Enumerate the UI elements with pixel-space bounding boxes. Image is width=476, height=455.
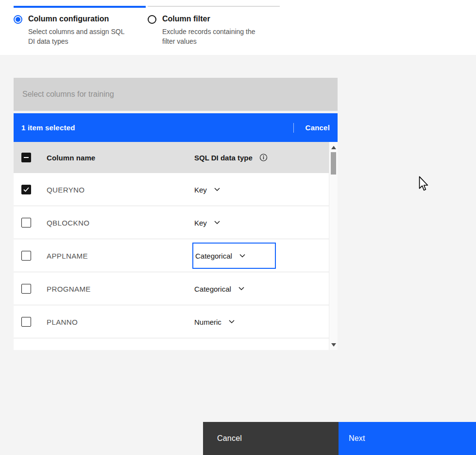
data-type-dropdown[interactable]: Categorical bbox=[194, 284, 244, 293]
table-row: QBLOCKNO Key bbox=[14, 206, 338, 239]
columns-table: Column name SQL DI data type QUERYNO Key bbox=[14, 142, 338, 350]
column-name-cell: QBLOCKNO bbox=[47, 218, 89, 227]
checked-checkbox-icon bbox=[21, 185, 31, 194]
step-label: Column filter bbox=[162, 15, 262, 23]
table-header-row: Column name SQL DI data type bbox=[14, 142, 338, 173]
batch-actions-bar: 1 item selected Cancel bbox=[14, 113, 338, 142]
data-type-dropdown[interactable]: Numeric bbox=[194, 317, 235, 326]
data-type-dropdown-focused[interactable]: Categorical bbox=[192, 243, 276, 269]
chevron-down-icon bbox=[229, 320, 235, 324]
unchecked-checkbox-icon bbox=[21, 350, 31, 350]
radio-selected-icon[interactable] bbox=[14, 15, 22, 24]
cancel-button[interactable]: Cancel bbox=[203, 422, 339, 455]
select-all-checkbox[interactable] bbox=[21, 153, 31, 162]
divider bbox=[293, 123, 294, 133]
data-type-header: SQL DI data type bbox=[194, 154, 268, 162]
step-column-configuration[interactable]: Column configuration Select columns and … bbox=[14, 6, 146, 47]
column-name-cell: APPLNAME bbox=[47, 251, 88, 260]
row-checkbox[interactable] bbox=[21, 251, 31, 261]
next-button[interactable]: Next bbox=[339, 422, 476, 455]
scrollbar-thumb[interactable] bbox=[331, 152, 336, 175]
radio-unselected-icon[interactable] bbox=[148, 15, 156, 24]
row-checkbox[interactable] bbox=[21, 350, 31, 350]
row-checkbox[interactable] bbox=[21, 284, 31, 294]
data-type-dropdown[interactable]: Key bbox=[194, 185, 220, 193]
chevron-down-icon bbox=[214, 221, 220, 225]
table-row: Numeric bbox=[14, 338, 338, 350]
column-name-cell: PROGNAME bbox=[47, 284, 91, 293]
chevron-down-icon bbox=[214, 188, 220, 192]
column-name-header: Column name bbox=[47, 154, 95, 162]
step-description: Exclude records containing the filter va… bbox=[162, 27, 262, 47]
row-checkbox[interactable] bbox=[21, 185, 31, 194]
column-search-input[interactable] bbox=[14, 78, 338, 111]
step-label: Column configuration bbox=[28, 15, 128, 23]
step-description: Select columns and assign SQL DI data ty… bbox=[28, 27, 128, 47]
chevron-down-icon bbox=[238, 287, 244, 291]
table-row: PROGNAME Categorical bbox=[14, 272, 338, 305]
table-row: APPLNAME Categorical bbox=[14, 239, 338, 272]
batch-cancel-button[interactable]: Cancel bbox=[306, 123, 330, 132]
row-checkbox[interactable] bbox=[21, 218, 31, 228]
scroll-up-icon[interactable] bbox=[329, 143, 338, 151]
column-name-cell: PLANNO bbox=[47, 317, 78, 326]
unchecked-checkbox-icon bbox=[21, 317, 31, 327]
step-column-filter[interactable]: Column filter Exclude records containing… bbox=[148, 6, 280, 47]
data-type-dropdown[interactable]: Key bbox=[194, 218, 220, 227]
table-row: QUERYNO Key bbox=[14, 173, 338, 206]
chevron-down-icon bbox=[239, 254, 245, 258]
column-search-bar bbox=[14, 78, 338, 111]
wizard-progress: Column configuration Select columns and … bbox=[14, 6, 280, 47]
selection-count: 1 item selected bbox=[21, 123, 75, 132]
unchecked-checkbox-icon bbox=[21, 251, 31, 261]
table-row: PLANNO Numeric bbox=[14, 305, 338, 338]
table-scrollbar[interactable] bbox=[329, 142, 338, 350]
scroll-down-icon[interactable] bbox=[329, 341, 338, 349]
column-name-cell: QUERYNO bbox=[47, 185, 85, 193]
unchecked-checkbox-icon bbox=[21, 218, 31, 228]
unchecked-checkbox-icon bbox=[21, 284, 31, 294]
indeterminate-checkbox-icon bbox=[21, 153, 31, 162]
info-icon[interactable] bbox=[259, 154, 268, 162]
row-checkbox[interactable] bbox=[21, 317, 31, 327]
